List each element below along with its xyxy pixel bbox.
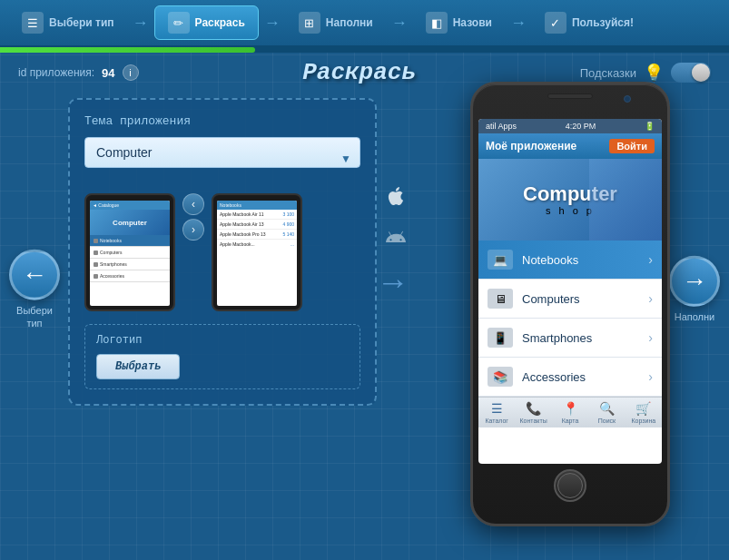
phone-list-item-1[interactable]: 🖥 Computers › (478, 280, 662, 319)
phone-outer: atil Apps 4:20 PM 🔋 Моё приложение Войти… (470, 82, 670, 526)
phone-nav-bar: Моё приложение Войти (478, 133, 662, 159)
wizard-arrow-1: → (127, 14, 154, 33)
phone-item-label-1: Computers (522, 292, 639, 306)
platform-icons (381, 182, 410, 252)
phone-screen: atil Apps 4:20 PM 🔋 Моё приложение Войти… (478, 119, 662, 464)
tab-label-1: Контакты (519, 418, 547, 424)
phone-list-item-0[interactable]: 💻 Notebooks › (478, 241, 662, 280)
mini-item-smartphones: Smartphones (90, 259, 170, 270)
theme-dropdown-wrapper: Computer Fashion Food ▼ (84, 137, 360, 181)
tab-label-2: Карта (562, 418, 579, 424)
phone-speaker (547, 93, 593, 99)
phone-list: 💻 Notebooks › 🖥 Computers › 📱 Smartphone… (478, 241, 662, 397)
back-arrow-circle: ← (9, 249, 60, 300)
wizard-arrow-2: → (259, 14, 286, 33)
step-paint-icon: ✏ (168, 12, 190, 34)
tab-label-0: Каталог (485, 418, 507, 424)
tab-icon-2: 📍 (563, 401, 578, 416)
step-type-icon: ☰ (22, 12, 44, 34)
theme-dropdown[interactable]: Computer Fashion Food (84, 137, 360, 168)
wizard-step-fill[interactable]: ⊞ Наполни (286, 6, 386, 39)
preview-phones: ◄ Catalogue Computer Notebooks Computers… (84, 193, 360, 311)
forward-arrow-label: Наполни (675, 309, 715, 322)
phone-tab-4[interactable]: 🛒 Корзина (626, 401, 662, 424)
phone-item-arrow-1: › (648, 291, 653, 306)
phone-list-item-2[interactable]: 📱 Smartphones › (478, 319, 662, 358)
mini-header-1: ◄ Catalogue (90, 201, 170, 210)
phone-home-button[interactable] (554, 469, 586, 502)
connector-arrow: → (377, 263, 409, 301)
mini-item-accessories: Accessories (90, 270, 170, 282)
step-name-icon: ◧ (426, 12, 448, 34)
tab-icon-4: 🛒 (635, 401, 651, 416)
nav-back-button[interactable]: ← Выберитип (9, 249, 60, 329)
phone-item-icon-0: 💻 (488, 250, 513, 270)
phone-status-bar: atil Apps 4:20 PM 🔋 (478, 119, 662, 133)
phone-home-inner (557, 473, 583, 498)
step-type-label: Выбери тип (49, 16, 114, 29)
app-id-label: id приложения: (18, 66, 94, 79)
mini-phone-screen-2: Notebooks Apple Macbook Air 113 100 Appl… (217, 201, 297, 306)
phone-item-icon-1: 🖥 (488, 289, 513, 309)
tab-icon-1: 📞 (526, 401, 541, 416)
tab-icon-3: 🔍 (599, 401, 615, 416)
hint-label: Подсказки (580, 66, 636, 80)
wizard-step-name[interactable]: ◧ Назови (413, 6, 505, 39)
mini-phone-screen-1: ◄ Catalogue Computer Notebooks Computers… (90, 201, 170, 306)
tab-icon-0: ☰ (491, 401, 503, 416)
wizard-step-use[interactable]: ✓ Пользуйся! (532, 6, 646, 39)
phone-login-btn[interactable]: Войти (609, 139, 655, 153)
app-id-area: id приложения: 94 i (18, 64, 139, 81)
mini-phone-1: ◄ Catalogue Computer Notebooks Computers… (84, 193, 175, 311)
phone-tab-0[interactable]: ☰ Каталог (478, 401, 515, 424)
logo-section-label: Логотип (96, 334, 349, 347)
theme-section-label: Тема приложения (84, 114, 360, 128)
step-fill-label: Наполни (326, 16, 373, 29)
phone-network: atil Apps (486, 122, 517, 131)
phone-tab-1[interactable]: 📞 Контакты (515, 401, 551, 424)
phone-battery: 🔋 (645, 122, 655, 131)
phone-tab-2[interactable]: 📍 Карта (552, 401, 588, 424)
mini-phone-2: Notebooks Apple Macbook Air 113 100 Appl… (212, 193, 302, 311)
wizard-step-type[interactable]: ☰ Выбери тип (9, 6, 127, 39)
phone-app-title: Моё приложение (486, 140, 576, 152)
toggle-switch[interactable] (671, 63, 711, 83)
hint-area: Подсказки 💡 (580, 63, 711, 83)
toggle-knob (692, 64, 710, 82)
step-use-label: Пользуйся! (572, 16, 634, 29)
left-panel: Тема приложения Computer Fashion Food ▼ … (68, 98, 377, 406)
phone-list-item-3[interactable]: 📚 Accessories › (478, 358, 662, 397)
mini-item-computers: Computers (90, 247, 170, 259)
info-icon[interactable]: i (123, 64, 139, 81)
phone-hero: Computer s h o p (478, 159, 662, 241)
phone-item-arrow-2: › (648, 330, 653, 345)
preview-prev-btn[interactable]: ‹ (182, 193, 204, 215)
nav-forward-button[interactable]: → Наполни (669, 255, 720, 322)
phone-item-label-3: Accessories (522, 370, 639, 384)
step-paint-label: Раскрась (195, 16, 245, 29)
phone-time: 4:20 PM (566, 122, 596, 131)
apple-icon[interactable] (381, 182, 410, 211)
select-logo-button[interactable]: Выбрать (96, 354, 180, 379)
tab-label-4: Корзина (631, 418, 655, 424)
preview-next-btn[interactable]: › (182, 219, 204, 241)
mini-hero-1: Computer (90, 210, 170, 235)
phone-item-arrow-0: › (648, 252, 653, 267)
phone-item-arrow-3: › (648, 369, 653, 384)
phone-item-icon-2: 📱 (488, 328, 513, 348)
mini-item-notebooks: Notebooks (90, 235, 170, 247)
wizard-step-paint[interactable]: ✏ Раскрась (154, 5, 259, 40)
app-id-value: 94 (102, 66, 114, 80)
wizard-arrow-4: → (505, 14, 532, 33)
forward-arrow-circle: → (669, 255, 720, 306)
phone-item-label-2: Smartphones (522, 331, 639, 345)
phone-item-icon-3: 📚 (488, 367, 513, 387)
step-use-icon: ✓ (545, 12, 566, 34)
step-fill-icon: ⊞ (299, 12, 320, 34)
android-icon[interactable] (381, 223, 410, 252)
phone-mockup: atil Apps 4:20 PM 🔋 Моё приложение Войти… (470, 82, 670, 526)
phone-item-label-0: Notebooks (522, 253, 639, 267)
phone-camera (624, 95, 631, 103)
back-arrow-label: Выберитип (16, 303, 53, 329)
phone-tab-3[interactable]: 🔍 Поиск (588, 401, 625, 424)
